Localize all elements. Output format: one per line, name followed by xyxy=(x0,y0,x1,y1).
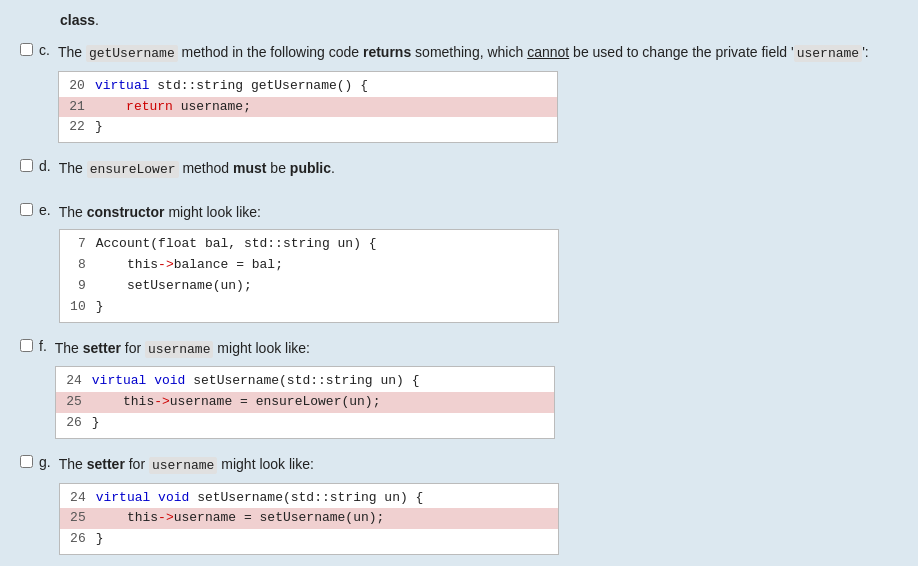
content-d: The ensureLower method must be public. xyxy=(59,157,898,187)
code-line: 26 } xyxy=(56,413,554,434)
label-e: e. xyxy=(39,201,51,218)
code-line: 25 this->username = ensureLower(un); xyxy=(56,392,554,413)
line-number: 24 xyxy=(68,488,96,509)
code-line: 8 this->balance = bal; xyxy=(60,255,558,276)
text-e: The constructor might look like: xyxy=(59,201,898,223)
code-block-g: 24 virtual void setUsername(std::string … xyxy=(59,483,559,555)
checkbox-d[interactable] xyxy=(20,159,33,175)
question-list: c. The getUsername method in the followi… xyxy=(20,41,898,555)
line-number: 26 xyxy=(68,529,96,550)
text-d: The ensureLower method must be public. xyxy=(59,157,898,181)
checkbox-f[interactable] xyxy=(20,339,33,355)
code-line: 10 } xyxy=(60,297,558,318)
code-line: 20 virtual std::string getUsername() { xyxy=(59,76,557,97)
line-number: 21 xyxy=(67,97,95,118)
list-item: g. The setter for username might look li… xyxy=(20,453,898,555)
line-number: 10 xyxy=(68,297,96,318)
label-f: f. xyxy=(39,337,47,354)
code-block-e: 7 Account(float bal, std::string un) { 8… xyxy=(59,229,559,322)
content-g: The setter for username might look like:… xyxy=(59,453,898,555)
inline-code-username: username xyxy=(794,45,862,62)
line-code: setUsername(un); xyxy=(96,276,252,297)
line-number: 24 xyxy=(64,371,92,392)
code-line: 24 virtual void setUsername(std::string … xyxy=(56,371,554,392)
line-number: 26 xyxy=(64,413,92,434)
code-line: 21 return username; xyxy=(59,97,557,118)
line-number: 9 xyxy=(68,276,96,297)
intro-text: class. xyxy=(20,10,898,31)
code-line: 25 this->username = setUsername(un); xyxy=(60,508,558,529)
list-item: e. The constructor might look like: 7 Ac… xyxy=(20,201,898,323)
text-f: The setter for username might look like: xyxy=(55,337,898,361)
inline-code-username-f: username xyxy=(145,341,213,358)
list-item: d. The ensureLower method must be public… xyxy=(20,157,898,187)
code-line: 22 } xyxy=(59,117,557,138)
checkbox-c[interactable] xyxy=(20,43,33,59)
code-line: 26 } xyxy=(60,529,558,550)
checkbox-e[interactable] xyxy=(20,203,33,219)
line-code: virtual void setUsername(std::string un)… xyxy=(92,371,420,392)
content-f: The setter for username might look like:… xyxy=(55,337,898,439)
line-number: 25 xyxy=(68,508,96,529)
line-code: virtual std::string getUsername() { xyxy=(95,76,368,97)
inline-code-getusername: getUsername xyxy=(86,45,178,62)
line-number: 20 xyxy=(67,76,95,97)
label-d: d. xyxy=(39,157,51,174)
line-code: this->username = setUsername(un); xyxy=(96,508,385,529)
code-block-c: 20 virtual std::string getUsername() { 2… xyxy=(58,71,558,143)
line-code: } xyxy=(96,297,104,318)
line-code: Account(float bal, std::string un) { xyxy=(96,234,377,255)
line-number: 22 xyxy=(67,117,95,138)
line-number: 7 xyxy=(68,234,96,255)
line-code: } xyxy=(95,117,103,138)
inline-code-username-g: username xyxy=(149,457,217,474)
line-code: } xyxy=(92,413,100,434)
line-code: this->balance = bal; xyxy=(96,255,283,276)
checkbox-g[interactable] xyxy=(20,455,33,471)
line-number: 25 xyxy=(64,392,92,413)
line-code: this->username = ensureLower(un); xyxy=(92,392,381,413)
code-line: 9 setUsername(un); xyxy=(60,276,558,297)
content-e: The constructor might look like: 7 Accou… xyxy=(59,201,898,323)
code-line: 7 Account(float bal, std::string un) { xyxy=(60,234,558,255)
code-block-f: 24 virtual void setUsername(std::string … xyxy=(55,366,555,438)
line-number: 8 xyxy=(68,255,96,276)
inline-code-ensurelower: ensureLower xyxy=(87,161,179,178)
line-code: } xyxy=(96,529,104,550)
list-item: f. The setter for username might look li… xyxy=(20,337,898,439)
label-g: g. xyxy=(39,453,51,470)
list-item: c. The getUsername method in the followi… xyxy=(20,41,898,143)
line-code: return username; xyxy=(95,97,251,118)
text-c: The getUsername method in the following … xyxy=(58,41,898,65)
content-c: The getUsername method in the following … xyxy=(58,41,898,143)
text-g: The setter for username might look like: xyxy=(59,453,898,477)
label-c: c. xyxy=(39,41,50,58)
line-code: virtual void setUsername(std::string un)… xyxy=(96,488,424,509)
code-line: 24 virtual void setUsername(std::string … xyxy=(60,488,558,509)
